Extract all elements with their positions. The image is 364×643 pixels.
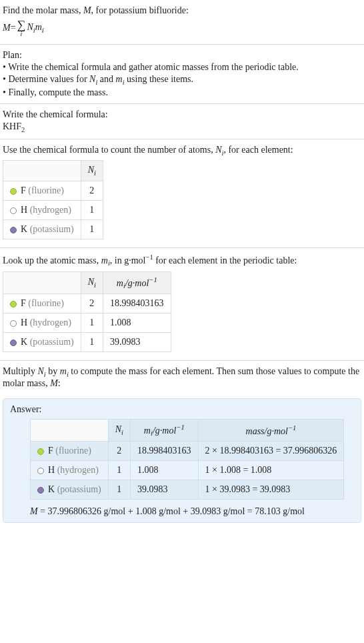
cell-N: 1: [81, 201, 103, 220]
count-table: Ni F (fluorine) 2 H (hydrogen) 1 K (pota…: [3, 160, 103, 239]
table-row: K (potassium) 1: [3, 220, 103, 239]
col-N: Ni: [81, 271, 103, 293]
cell-m: 18.998403163: [103, 294, 171, 313]
table-row: H (hydrogen) 1 1.008 1 × 1.008 = 1.008: [31, 461, 344, 480]
eq-M: M: [3, 23, 11, 33]
el-sym: H: [48, 465, 55, 475]
eq-m: m: [35, 22, 42, 32]
cell-element: H (hydrogen): [3, 313, 81, 333]
element-dot-icon: [37, 468, 44, 474]
el-name: (potassium): [30, 224, 74, 234]
col-N-i: i: [121, 429, 123, 436]
cell-N: 1: [81, 313, 103, 333]
sigma-symbol: ∑: [17, 19, 26, 31]
eq-mi: mi: [35, 22, 44, 34]
col-element: [31, 419, 109, 441]
lookup-title: Look up the atomic mass, mi, in g·mol−1 …: [3, 253, 361, 267]
cell-N: 2: [108, 442, 130, 461]
el-name: (potassium): [30, 337, 74, 347]
cell-N: 1: [81, 333, 103, 352]
cell-N: 2: [81, 181, 103, 201]
col-N: Ni: [81, 161, 103, 181]
lookup-section: Look up the atomic mass, mi, in g·mol−1 …: [0, 248, 364, 361]
element-dot-icon: [10, 227, 17, 233]
plan-item-2: • Determine values for Ni and mi using t…: [3, 74, 361, 86]
cell-N: 1: [108, 461, 130, 480]
el-sym: F: [48, 446, 53, 456]
final-answer: M = 37.996806326 g/mol + 1.008 g/mol + 3…: [30, 506, 354, 517]
cell-m: 18.998403163: [131, 442, 199, 461]
el-name: (hydrogen): [30, 205, 71, 215]
col-m-m: m: [144, 426, 151, 436]
col-mass-label: mass/g·mol: [246, 426, 288, 436]
element-dot-icon: [10, 340, 17, 346]
col-element: [3, 161, 81, 181]
col-mass: mass/g·mol−1: [198, 419, 344, 441]
el-name: (hydrogen): [30, 317, 71, 328]
cell-N: 2: [81, 294, 103, 313]
table-header-row: Ni: [3, 161, 103, 181]
mult-N: N: [38, 366, 44, 376]
eq-m-sub: i: [42, 27, 44, 34]
plan2-a: • Determine values for: [3, 74, 89, 84]
col-m-unit: /g·mol: [153, 426, 176, 436]
cell-element: K (potassium): [3, 220, 81, 239]
table-row: H (hydrogen) 1: [3, 201, 103, 220]
col-m-m: m: [117, 277, 123, 287]
plan-item-3: • Finally, compute the mass.: [3, 87, 361, 98]
multiply-section: Multiply Ni by mi to compute the mass fo…: [0, 361, 364, 394]
count-title-a: Use the chemical formula to count the nu…: [3, 145, 215, 155]
cell-element: F (fluorine): [3, 294, 81, 313]
table-header-row: Ni mi/g·mol−1: [3, 271, 171, 293]
cell-element: H (hydrogen): [3, 201, 81, 220]
table-row: F (fluorine) 2: [3, 181, 103, 201]
el-sym: H: [21, 317, 27, 328]
col-m: mi/g·mol−1: [131, 419, 199, 441]
mult-b: by: [46, 366, 60, 376]
table-row: F (fluorine) 2 18.998403163: [3, 294, 171, 313]
el-sym: K: [48, 484, 55, 494]
el-sym: F: [21, 185, 26, 195]
answer-box: Answer: Ni mi/g·mol−1 mass/g·mol−1 F (fl…: [3, 398, 361, 523]
el-name: (fluorine): [28, 185, 64, 195]
lookup-m: m: [101, 255, 108, 265]
table-row: H (hydrogen) 1 1.008: [3, 313, 171, 333]
cell-m: 1.008: [131, 461, 199, 480]
el-sym: H: [21, 205, 27, 215]
table-row: K (potassium) 1 39.0983 1 × 39.0983 = 39…: [31, 480, 344, 500]
eq-N: N: [27, 22, 33, 32]
element-dot-icon: [10, 320, 17, 327]
element-dot-icon: [37, 448, 44, 455]
col-m-unit: /g·mol: [125, 277, 149, 287]
element-dot-icon: [37, 487, 44, 494]
eq-equals: =: [11, 23, 16, 33]
element-dot-icon: [10, 207, 17, 214]
final-eq: = 37.996806326 g/mol + 1.008 g/mol + 39.…: [38, 506, 305, 516]
cell-element: K (potassium): [31, 480, 109, 500]
col-element: [3, 271, 81, 293]
lookup-neg1: −1: [145, 253, 153, 261]
plan2-mid: and: [97, 74, 115, 84]
element-dot-icon: [10, 301, 17, 307]
plan-section: Plan: • Write the chemical formula and g…: [0, 45, 364, 104]
col-N-N: N: [115, 424, 121, 434]
cell-mass: 1 × 39.0983 = 39.0983: [198, 480, 344, 500]
intro-text-b: , for potassium bifluoride:: [91, 5, 189, 15]
col-N-i: i: [94, 281, 96, 289]
cell-m: 1.008: [103, 313, 171, 333]
cell-element: H (hydrogen): [31, 461, 109, 480]
el-sym: K: [21, 337, 27, 347]
answer-label: Answer:: [10, 404, 354, 415]
chemformula-title: Write the chemical formula:: [3, 109, 361, 120]
answer-content: Ni mi/g·mol−1 mass/g·mol−1 F (fluorine) …: [10, 419, 354, 517]
multiply-text: Multiply Ni by mi to compute the mass fo…: [3, 366, 361, 389]
element-dot-icon: [10, 188, 17, 195]
el-name: (fluorine): [55, 446, 91, 456]
cell-element: F (fluorine): [31, 442, 109, 461]
table-row: F (fluorine) 2 18.998403163 2 × 18.99840…: [31, 442, 344, 461]
col-m-neg1: −1: [176, 424, 184, 431]
col-mass-neg1: −1: [288, 424, 296, 432]
cell-m: 39.0983: [131, 480, 199, 500]
cell-N: 1: [108, 480, 130, 500]
col-m-neg1: −1: [149, 276, 157, 283]
